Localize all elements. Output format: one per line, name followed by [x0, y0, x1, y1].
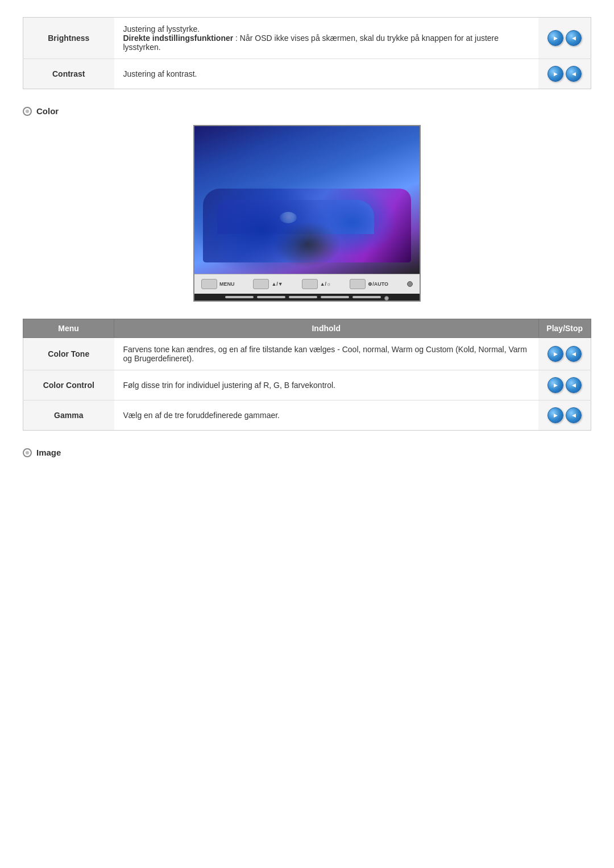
color-tone-stop-button[interactable] — [566, 346, 582, 362]
menu-ctrl-group: MENU — [201, 279, 235, 289]
adjust-label: ▲/☼ — [320, 281, 331, 287]
source-button[interactable] — [253, 279, 269, 289]
contrast-row: Contrast Justering af kontrast. — [23, 59, 591, 89]
image-section: Image — [23, 448, 591, 457]
base-dash-3 — [289, 296, 317, 298]
color-section-title: Color — [36, 106, 59, 116]
color-table-header-playstop: Play/Stop — [538, 319, 591, 338]
brightness-play-button[interactable] — [547, 30, 563, 46]
car-silhouette — [194, 126, 420, 274]
brightness-plain-text: Justering af lysstyrke. — [123, 24, 200, 34]
contrast-play-stop-buttons — [547, 66, 582, 82]
color-control-play-button[interactable] — [547, 377, 563, 393]
power-ctrl-group — [407, 281, 413, 287]
brightness-row: Brightness Justering af lysstyrke. Direk… — [23, 18, 591, 59]
adjust-button[interactable] — [302, 279, 318, 289]
brightness-stop-button[interactable] — [566, 30, 582, 46]
color-tone-content: Farvens tone kan ændres, og en af fire t… — [114, 338, 539, 370]
brightness-playstop-cell — [538, 18, 591, 59]
gamma-play-stop-buttons — [547, 407, 582, 423]
color-control-text: Følg disse trin for individuel justering… — [123, 381, 335, 390]
auto-ctrl-group: ⊕/AUTO — [350, 279, 388, 289]
color-tone-label: Color Tone — [48, 349, 89, 358]
gamma-play-button[interactable] — [547, 407, 563, 423]
menu-button[interactable] — [201, 279, 217, 289]
contrast-plain-text: Justering af kontrast. — [123, 69, 197, 78]
base-dash-1 — [225, 296, 254, 298]
color-tone-playstop — [538, 338, 591, 370]
color-control-playstop — [538, 370, 591, 400]
auto-button[interactable] — [350, 279, 366, 289]
source-label: ▲/▼ — [271, 281, 283, 287]
contrast-label: Contrast — [52, 69, 85, 78]
color-section-icon — [23, 107, 32, 116]
monitor-screen — [194, 126, 420, 274]
contrast-play-button[interactable] — [547, 66, 563, 82]
gamma-content: Vælg en af de tre foruddefinerede gammae… — [114, 400, 539, 431]
color-control-row: Color Control Følg disse trin for indivi… — [23, 370, 591, 400]
brightness-menu-cell: Brightness — [23, 18, 114, 59]
brightness-contrast-table: Brightness Justering af lysstyrke. Direk… — [23, 17, 591, 89]
contrast-playstop-cell — [538, 59, 591, 89]
gamma-menu: Gamma — [23, 400, 114, 431]
image-section-icon — [23, 448, 32, 457]
monitor-container: MENU ▲/▼ ▲/☼ ⊕/AUTO — [23, 125, 591, 302]
color-table: Menu Indhold Play/Stop Color Tone Farven… — [23, 319, 591, 431]
source-ctrl-group: ▲/▼ — [253, 279, 283, 289]
brightness-label: Brightness — [48, 34, 89, 43]
color-table-header-menu: Menu — [23, 319, 114, 338]
monitor-frame: MENU ▲/▼ ▲/☼ ⊕/AUTO — [193, 125, 421, 302]
monitor-base-line — [194, 296, 420, 301]
image-section-header: Image — [23, 448, 591, 457]
adjust-ctrl-group: ▲/☼ — [302, 279, 331, 289]
gamma-playstop — [538, 400, 591, 431]
color-control-content: Følg disse trin for individuel justering… — [114, 370, 539, 400]
color-tone-text: Farvens tone kan ændres, og en af fire t… — [123, 345, 527, 363]
contrast-stop-button[interactable] — [566, 66, 582, 82]
power-button[interactable] — [407, 281, 413, 287]
base-dot — [384, 296, 389, 301]
gamma-stop-button[interactable] — [566, 407, 582, 423]
base-dash-4 — [321, 296, 349, 298]
gamma-row: Gamma Vælg en af de tre foruddefinerede … — [23, 400, 591, 431]
color-control-menu: Color Control — [23, 370, 114, 400]
color-table-header-content: Indhold — [114, 319, 539, 338]
auto-label: ⊕/AUTO — [368, 281, 388, 287]
color-table-header-row: Menu Indhold Play/Stop — [23, 319, 591, 338]
contrast-content-cell: Justering af kontrast. — [114, 59, 539, 89]
gamma-text: Vælg en af de tre foruddefinerede gammae… — [123, 411, 280, 420]
color-tone-play-button[interactable] — [547, 346, 563, 362]
brightness-play-stop-buttons — [547, 30, 582, 46]
color-section: Color MENU ▲/▼ ▲/☼ — [23, 106, 591, 431]
color-control-stop-button[interactable] — [566, 377, 582, 393]
base-dash-2 — [257, 296, 285, 298]
monitor-controls: MENU ▲/▼ ▲/☼ ⊕/AUTO — [194, 274, 420, 294]
menu-label: MENU — [219, 281, 235, 287]
color-section-header: Color — [23, 106, 591, 116]
brightness-content-cell: Justering af lysstyrke. Direkte indstill… — [114, 18, 539, 59]
base-dash-5 — [352, 296, 381, 298]
color-tone-play-stop-buttons — [547, 346, 582, 362]
color-tone-row: Color Tone Farvens tone kan ændres, og e… — [23, 338, 591, 370]
color-control-label: Color Control — [43, 381, 94, 390]
gamma-label: Gamma — [54, 411, 83, 420]
color-tone-menu: Color Tone — [23, 338, 114, 370]
contrast-menu-cell: Contrast — [23, 59, 114, 89]
brightness-bold-label: Direkte indstillingsfunktioner — [123, 34, 234, 43]
color-control-play-stop-buttons — [547, 377, 582, 393]
image-section-title: Image — [36, 448, 61, 457]
